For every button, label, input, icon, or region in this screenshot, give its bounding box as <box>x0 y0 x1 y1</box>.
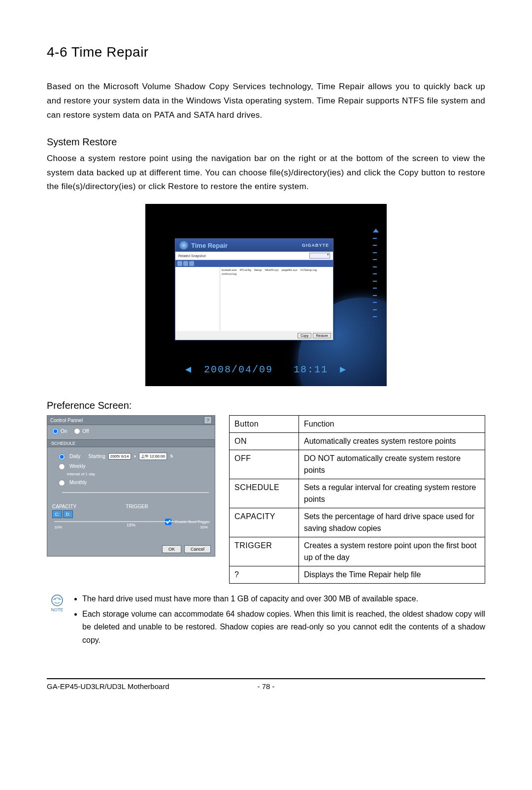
file-item[interactable]: svchost.log <box>222 272 236 275</box>
table-row: ONAutomatically creates system restore p… <box>230 433 485 450</box>
footer-rule <box>47 678 485 679</box>
note-block: NOTE The hard drive used must have more … <box>47 592 485 649</box>
table-row: CAPACITYSets the percentage of hard driv… <box>230 508 485 537</box>
trigger-label: TRIGGER <box>126 504 148 509</box>
nav-prev-icon[interactable]: ◀ <box>185 364 192 375</box>
table-row: ButtonFunction <box>230 416 485 433</box>
pref-title-label: Control Pannel <box>50 418 83 423</box>
file-item[interactable]: IPConfig <box>240 268 251 271</box>
help-button[interactable]: ? <box>204 416 212 424</box>
interval-label: Interval of 1 day <box>67 472 209 476</box>
dialog-toolbar <box>175 260 333 267</box>
dialog-footer: Copy Restore <box>175 331 333 340</box>
table-row: SCHEDULESets a regular interval for crea… <box>230 479 485 508</box>
nav-next-icon[interactable]: ▶ <box>340 364 347 375</box>
toolbar-icon[interactable] <box>189 261 194 266</box>
preference-screenshot: Control Pannel ? On Off SCHEDULE Daily S… <box>47 415 215 557</box>
snapshot-label: Related Snapshot <box>178 254 206 258</box>
screenshot-wrapper: Time Repair GIGABYTE Related Snapshot bc… <box>47 204 485 386</box>
toolbar-icon[interactable] <box>177 261 182 266</box>
th-function: Function <box>299 416 485 433</box>
page-footer: GA-EP45-UD3LR/UD3L Motherboard - 78 - GA… <box>47 682 485 691</box>
svg-point-2 <box>59 599 60 600</box>
vertical-nav[interactable] <box>373 229 377 322</box>
nav-up-icon[interactable] <box>373 229 379 232</box>
table-row: OFFDO NOT automatically create system re… <box>230 450 485 479</box>
time-repair-dialog: Time Repair GIGABYTE Related Snapshot bc… <box>175 238 333 340</box>
ok-button[interactable]: OK <box>162 545 181 553</box>
drive-c-button[interactable]: C: <box>52 510 62 518</box>
svg-point-1 <box>55 599 56 600</box>
monthly-option[interactable]: Monthly <box>56 478 209 486</box>
footer-page-number: - 78 - <box>257 682 274 691</box>
date-field[interactable]: 2005/ 6/14 <box>108 453 131 460</box>
time-repair-screenshot: Time Repair GIGABYTE Related Snapshot bc… <box>145 204 387 386</box>
file-item[interactable]: Setup <box>254 268 262 271</box>
copy-button[interactable]: Copy <box>298 333 311 338</box>
table-row: TRIGGERCreates a system restore point up… <box>230 537 485 566</box>
system-restore-body: Choose a system restore point using the … <box>47 152 485 195</box>
timestamp-date: 2008/04/09 <box>204 364 273 375</box>
section-heading: 4-6 Time Repair <box>47 44 485 60</box>
on-off-row: On Off <box>47 425 215 437</box>
file-list[interactable]: bcdedit.exe IPConfig Setup hiberfil.sys … <box>220 267 333 331</box>
dialog-subbar: Related Snapshot <box>175 252 333 260</box>
file-item[interactable]: hiberfil.sys <box>265 268 278 271</box>
note-label: NOTE <box>51 607 63 612</box>
schedule-slider[interactable] <box>62 489 209 496</box>
file-area: bcdedit.exe IPConfig Setup hiberfil.sys … <box>175 267 333 331</box>
preference-row: Control Pannel ? On Off SCHEDULE Daily S… <box>47 415 485 584</box>
capacity-slider[interactable] <box>47 518 215 524</box>
weekly-option[interactable]: Weekly <box>56 462 209 470</box>
footer-model: GA-EP45-UD3LR/UD3L Motherboard <box>47 682 169 691</box>
schedule-label: SCHEDULE <box>47 439 215 447</box>
off-radio[interactable]: Off <box>74 428 89 434</box>
capacity-label: CAPACITY <box>52 504 76 509</box>
cap-trigger-labels: CAPACITY TRIGGER <box>47 501 215 510</box>
preference-heading: Preference Screen: <box>47 400 485 411</box>
drive-d-button[interactable]: D: <box>63 510 73 518</box>
pref-titlebar: Control Pannel ? <box>47 416 215 425</box>
th-button: Button <box>230 416 299 433</box>
table-row: ?Displays the Time Repair help file <box>230 566 485 584</box>
svg-point-0 <box>52 595 63 606</box>
snapshot-dropdown[interactable] <box>309 253 330 259</box>
pref-footer-buttons: OK Cancel <box>162 545 211 553</box>
file-item[interactable]: bcdedit.exe <box>222 268 237 271</box>
app-logo-icon <box>179 241 188 250</box>
time-field[interactable]: 上午 12:00:00 <box>139 453 167 460</box>
dialog-titlebar: Time Repair GIGABYTE <box>175 239 333 252</box>
file-item[interactable]: pagefile.sys <box>282 268 298 271</box>
timestamp-time: 18:11 <box>294 364 328 375</box>
brand-label: GIGABYTE <box>302 243 329 248</box>
manual-page: 4-6 Time Repair Based on the Microsoft V… <box>0 0 532 790</box>
restore-button[interactable]: Restore <box>313 333 331 338</box>
note-list: The hard drive used must have more than … <box>73 592 485 649</box>
list-item: Each storage volume can accommodate 64 s… <box>82 608 485 647</box>
intro-paragraph: Based on the Microsoft Volume Shadow Cop… <box>47 80 485 123</box>
list-item: The hard drive used must have more than … <box>82 592 485 605</box>
system-restore-heading: System Restore <box>47 136 485 148</box>
timestamp-bar: ◀ 2008/04/09 18:11 ▶ <box>145 363 387 375</box>
on-radio[interactable]: On <box>52 428 67 434</box>
folder-tree[interactable] <box>175 267 220 331</box>
cancel-button[interactable]: Cancel <box>184 545 211 553</box>
function-table: ButtonFunction ONAutomatically creates s… <box>229 415 485 584</box>
schedule-body: Daily Starting 2005/ 6/14 ▾ 上午 12:00:00 … <box>47 447 215 501</box>
toolbar-icon[interactable] <box>183 261 188 266</box>
file-item[interactable]: VCSetup.log <box>300 268 317 271</box>
note-icon: NOTE <box>47 592 67 612</box>
dialog-title: Time Repair <box>191 242 228 249</box>
daily-option[interactable]: Daily Starting 2005/ 6/14 ▾ 上午 12:00:00 … <box>56 452 209 460</box>
